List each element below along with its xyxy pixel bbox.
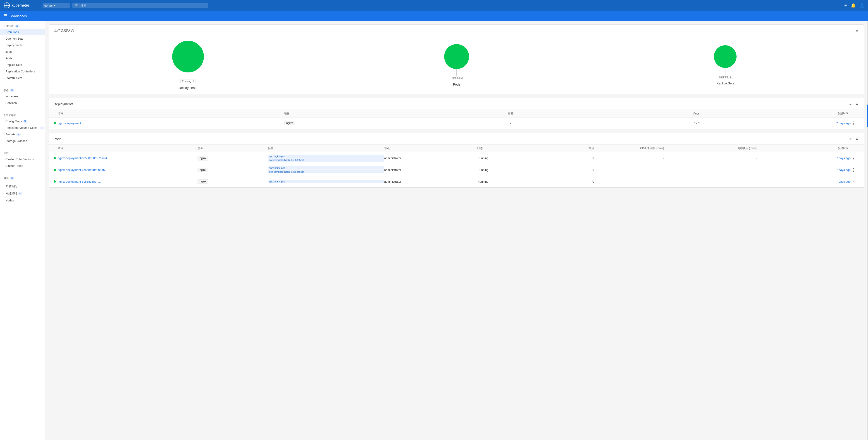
pod-col-header-status: 状态 [477, 146, 547, 150]
pod-link-2[interactable]: nginx-deployment-6c568d58df-... [58, 180, 101, 183]
search-input[interactable] [81, 4, 206, 7]
sidebar-item-services[interactable]: Services [0, 99, 45, 106]
menu-toggle[interactable]: ☰ [4, 13, 7, 18]
sidebar-item-namespace[interactable]: 命名空间 [0, 183, 45, 190]
namespace-selector[interactable]: default ▾ [42, 3, 70, 8]
user-menu-button[interactable]: 👤 [859, 3, 864, 8]
replicasets-running-label: Running: 1 [718, 75, 733, 79]
sidebar-item-secrets[interactable]: Secrets N [0, 131, 45, 138]
pod-status-dot-0 [54, 157, 56, 159]
deployments-card-title: Deployments [54, 102, 848, 106]
pod-label-tag-1-1: pod-template-hash: 6c568d58df [268, 170, 384, 173]
sidebar-item-cluster-role-bindings[interactable]: Cluster Role Bindings [0, 156, 45, 163]
pods-collapse-btn[interactable]: ▲ [854, 136, 860, 142]
deployments-card: Deployments ≡ ▲ 名称 镜像 标签 Pods 创建时间 ↑ [49, 98, 864, 129]
pod-row-labels-1: app: nginx-pod pod-template-hash: 6c568d… [268, 166, 384, 173]
sidebar-item-replication-controllers[interactable]: Replication Controllers [0, 68, 45, 75]
sidebar-item-netpolicy[interactable]: 网络策略 N [0, 190, 45, 197]
pod-row-cpu-2: - [594, 180, 664, 183]
pod-link-0[interactable]: nginx-deployment-6c568d58df-76sm4 [58, 156, 107, 160]
pod-label-tag-0-1: pod-template-hash: 6c568d58df [268, 158, 384, 162]
breadcrumb-bar: ☰ Workloads [0, 11, 868, 21]
namespace-dropdown-icon: ▾ [54, 4, 56, 7]
pods-line [456, 69, 457, 76]
main-layout: 工作负载 N Cron Jobs Daemon Sets Deployments… [0, 21, 868, 440]
deployments-filter-btn[interactable]: ≡ [848, 101, 852, 107]
sidebar-item-cluster-roles[interactable]: Cluster Roles [0, 163, 45, 169]
dep-link[interactable]: nginx-deployment [58, 121, 81, 125]
sidebar-item-nodes[interactable]: Nodes [0, 197, 45, 204]
sidebar-item-jobs[interactable]: Jobs [0, 49, 45, 55]
pod-col-header-node: 节点 [384, 146, 477, 150]
sidebar-item-stateful-sets[interactable]: Stateful Sets [0, 75, 45, 81]
pod-row-name-1: nginx-deployment-6c568d58df-9845j [58, 168, 197, 172]
pod-row-image-0: nginx [197, 156, 268, 160]
pod-link-1[interactable]: nginx-deployment-6c568d58df-9845j [58, 168, 105, 172]
pod-time-link-1[interactable]: 7 days ago [836, 168, 850, 172]
sidebar-item-cron-jobs[interactable]: Cron Jobs [0, 29, 45, 35]
sidebar-item-pods[interactable]: Pods [0, 55, 45, 62]
dep-row-labels: - [435, 121, 586, 125]
table-row: nginx-deployment nginx - 3 / 3 7 days ag… [49, 117, 864, 129]
pod-row-state-2: Running [477, 180, 547, 183]
sidebar-section-header-config: 配置和存储 [0, 112, 45, 118]
pod-menu-btn-2[interactable]: ⋮ [850, 178, 857, 185]
pod-col-header-cpu: CPU 使用率 (cores) [594, 146, 664, 150]
table-row: nginx-deployment-6c568d58df-76sm4 nginx … [49, 152, 864, 164]
pod-row-cpu-1: - [594, 168, 664, 172]
pod-row-state-0: Running [477, 156, 547, 160]
pods-filter-btn[interactable]: ≡ [848, 136, 852, 142]
sidebar-section-header-workloads: 工作负载 N [0, 23, 45, 29]
pod-row-menu-0: ⋮ [850, 155, 860, 162]
sidebar-item-daemon-sets[interactable]: Daemon Sets [0, 35, 45, 42]
scrollbar-thumb[interactable] [867, 105, 868, 127]
pods-card: Pods ≡ ▲ 名称 镜像 标签 节点 状态 重启 CPU 使用率 (core… [49, 133, 864, 188]
workload-status-title: 工作负载状态 [54, 28, 854, 33]
notifications-button[interactable]: 🔔 [851, 3, 856, 8]
deployments-collapse-btn[interactable]: ▲ [854, 101, 860, 107]
pod-col-header-name: 名称 [58, 146, 197, 150]
sidebar-item-ingresses[interactable]: Ingresses [0, 93, 45, 99]
events-badge: N [10, 177, 14, 180]
sidebar-section-header-services: 服务 N [0, 87, 45, 93]
sidebar-section-events: 事件 N [0, 173, 45, 183]
sidebar-item-config-maps[interactable]: Config Maps N [0, 118, 45, 124]
deployments-card-header: Deployments ≡ ▲ [49, 98, 864, 110]
deployments-circle [172, 41, 204, 72]
pod-col-header-restart: 重启 [547, 146, 594, 150]
pod-row-menu-2: ⋮ [850, 178, 860, 185]
sidebar-item-pvc[interactable]: Persistent Volume Claims N [0, 124, 45, 131]
workload-status-collapse[interactable]: ▲ [854, 27, 860, 33]
deployments-line [188, 72, 188, 79]
pod-row-menu-1: ⋮ [850, 167, 860, 173]
deployments-actions: ≡ ▲ [848, 101, 860, 107]
sidebar-section-header-cluster: 集群 [0, 150, 45, 156]
workload-status-header: 工作负载状态 ▲ [49, 25, 864, 36]
pod-row-node-1: administrator [384, 168, 477, 172]
dep-row-menu-btn[interactable]: ⋮ [850, 120, 857, 126]
sidebar-section-header-events: 事件 N [0, 175, 45, 181]
sidebar-item-replica-sets[interactable]: Replica Sets [0, 62, 45, 68]
sidebar-section-config: 配置和存储 Config Maps N Persistent Volume Cl… [0, 110, 45, 146]
replicasets-label: Replica Sets [716, 82, 734, 85]
pod-row-image-1: nginx [197, 168, 268, 172]
pod-time-link-0[interactable]: 7 days ago [836, 156, 850, 160]
workload-status-replica-sets: Running: 1 Replica Sets [591, 45, 860, 85]
pod-image-badge-2: nginx [197, 179, 208, 184]
dep-row-time: 7 days ago [700, 121, 850, 125]
dep-time-link[interactable]: 7 days ago [836, 121, 850, 125]
pod-menu-btn-0[interactable]: ⋮ [850, 155, 857, 162]
pod-menu-btn-1[interactable]: ⋮ [850, 167, 857, 173]
dep-row-pods: 3 / 3 [586, 121, 700, 125]
add-button[interactable]: + [844, 2, 847, 8]
svg-point-1 [6, 5, 8, 6]
pod-time-link-2[interactable]: 7 days ago [836, 180, 850, 183]
pod-row-time-1: 7 days ago [757, 168, 850, 172]
sidebar-item-storage-classes[interactable]: Storage Classes [0, 138, 45, 144]
app-name: kubernetes [12, 3, 30, 7]
sidebar-item-deployments[interactable]: Deployments [0, 42, 45, 49]
pod-row-labels-0: app: nginx-pod pod-template-hash: 6c568d… [268, 154, 384, 162]
pod-row-name-0: nginx-deployment-6c568d58df-76sm4 [58, 156, 197, 160]
workload-status-card: 工作负载状态 ▲ Running: 1 Deployments [49, 24, 864, 94]
dep-col-header-image: 镜像 [284, 112, 435, 115]
